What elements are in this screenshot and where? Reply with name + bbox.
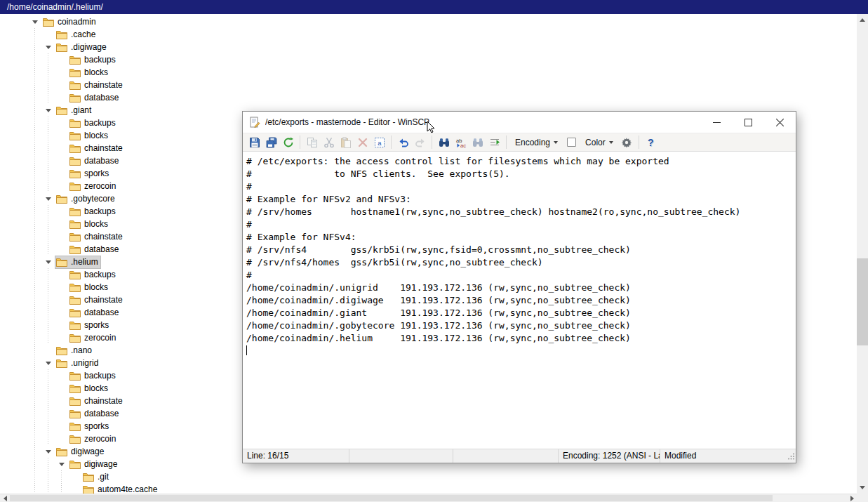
tree-item-body[interactable]: .digiwage <box>55 41 109 53</box>
tree-item-body[interactable]: chainstate <box>69 231 125 243</box>
collapse-arrow-icon[interactable] <box>28 15 42 28</box>
editor-line[interactable]: # /srv/homes hostname1(rw,sync,no_subtre… <box>246 206 796 218</box>
tree-item-body[interactable]: sporks <box>69 421 111 432</box>
tree-item-coinadmin[interactable]: coinadmin <box>0 15 846 28</box>
tree-item-body[interactable]: .cache <box>55 29 98 41</box>
delete-button[interactable] <box>354 134 370 150</box>
tree-item-body[interactable]: backups <box>69 54 118 66</box>
editor-line[interactable]: /home/coinadmin/.gobytecore 191.193.172.… <box>246 319 796 332</box>
tree-item-.digiwage[interactable]: .digiwage <box>0 41 846 53</box>
close-icon[interactable] <box>764 112 796 133</box>
tree-item-body[interactable]: zerocoin <box>69 180 118 192</box>
editor-title-bar[interactable]: /etc/exports - masternode - Editor - Win… <box>243 112 796 133</box>
horizontal-scroll-thumb[interactable] <box>10 495 773 501</box>
editor-line[interactable]: # <box>246 180 796 193</box>
tree-item-body[interactable]: chainstate <box>69 143 125 154</box>
tree-item-body[interactable]: blocks <box>69 67 110 79</box>
vertical-scroll-thumb[interactable] <box>857 258 868 345</box>
tree-item-body[interactable]: blocks <box>69 130 110 142</box>
encoding-button[interactable]: Encoding <box>510 134 563 150</box>
scroll-right-arrow-icon[interactable] <box>847 494 857 502</box>
scroll-down-arrow-icon[interactable] <box>857 482 868 494</box>
find-button[interactable] <box>436 134 452 150</box>
collapse-arrow-icon[interactable] <box>41 192 55 205</box>
editor-line[interactable]: # Example for NFSv4: <box>246 231 796 244</box>
tree-item-body[interactable]: database <box>69 408 121 420</box>
tree-item-chainstate[interactable]: chainstate <box>0 79 846 91</box>
color-checkbox[interactable] <box>567 138 576 147</box>
undo-button[interactable] <box>395 134 411 150</box>
help-button[interactable]: ? <box>643 134 659 150</box>
tree-item-body[interactable]: chainstate <box>69 79 125 91</box>
go-to-line-button[interactable] <box>486 134 502 150</box>
maximize-icon[interactable] <box>733 112 764 133</box>
tree-item-body[interactable]: .git <box>82 471 111 483</box>
tree-item-body[interactable]: digiwage <box>69 458 119 470</box>
tree-item-body[interactable]: backups <box>69 269 118 281</box>
editor-line[interactable]: # /etc/exports: the access control list … <box>246 155 796 168</box>
redo-button[interactable] <box>412 134 428 150</box>
tree-item-body[interactable]: zerocoin <box>69 332 118 344</box>
collapse-arrow-icon[interactable] <box>55 458 69 470</box>
tree-item-body[interactable]: .nano <box>55 345 94 357</box>
tree-item-body[interactable]: chainstate <box>69 294 125 306</box>
editor-line[interactable] <box>246 345 796 357</box>
save-all-button[interactable] <box>263 134 279 150</box>
tree-item-body[interactable]: backups <box>69 206 118 218</box>
tree-item-body[interactable]: .unigrid <box>55 357 100 369</box>
vertical-scrollbar[interactable] <box>857 14 868 494</box>
tree-item-body[interactable]: sporks <box>69 168 111 180</box>
tree-selected-item[interactable]: .helium <box>55 256 100 268</box>
scroll-left-arrow-icon[interactable] <box>0 494 10 502</box>
preferences-button[interactable] <box>619 134 635 150</box>
tree-item-body[interactable]: database <box>69 307 121 319</box>
collapse-arrow-icon[interactable] <box>41 357 55 369</box>
editor-line[interactable]: # <box>246 218 796 231</box>
find-next-button[interactable] <box>469 134 486 150</box>
reload-button[interactable] <box>280 134 296 150</box>
tree-item-body[interactable]: chainstate <box>69 395 125 407</box>
tree-item-body[interactable]: database <box>69 244 121 256</box>
tree-item-body[interactable]: blocks <box>69 383 110 395</box>
tree-item-.git[interactable]: .git <box>0 470 846 483</box>
cut-button[interactable] <box>321 134 337 150</box>
select-all-button[interactable]: a <box>371 134 387 150</box>
collapse-arrow-icon[interactable] <box>41 41 55 53</box>
editor-line[interactable]: # /srv/nfs4 gss/krb5i(rw,sync,fsid=0,cro… <box>246 244 796 256</box>
tree-item-body[interactable]: backups <box>69 370 118 382</box>
minimize-icon[interactable] <box>701 112 733 133</box>
editor-text-area[interactable]: # /etc/exports: the access control list … <box>243 152 796 449</box>
editor-line[interactable]: # to NFS clients. See exports(5). <box>246 168 796 180</box>
tree-item-body[interactable]: blocks <box>69 282 110 293</box>
editor-line[interactable]: /home/coinadmin/.unigrid 191.193.172.136… <box>246 282 796 294</box>
tree-item-body[interactable]: digiwage <box>55 446 106 458</box>
collapse-arrow-icon[interactable] <box>41 104 55 117</box>
tree-item-database[interactable]: database <box>0 91 846 104</box>
copy-button[interactable] <box>304 134 320 150</box>
resize-grip-icon[interactable] <box>787 452 795 462</box>
scroll-up-arrow-icon[interactable] <box>857 14 868 26</box>
tree-item-body[interactable]: .gobytecore <box>55 193 117 205</box>
tree-item-body[interactable]: coinadmin <box>42 16 98 28</box>
tree-item-body[interactable]: .giant <box>55 105 93 117</box>
collapse-arrow-icon[interactable] <box>41 445 55 458</box>
horizontal-scrollbar[interactable] <box>0 494 857 502</box>
editor-line[interactable]: /home/coinadmin/.digiwage 191.193.172.13… <box>246 294 796 307</box>
tree-item-body[interactable]: backups <box>69 117 118 129</box>
tree-item-blocks[interactable]: blocks <box>0 66 846 79</box>
tree-item-.cache[interactable]: .cache <box>0 28 846 41</box>
tree-item-body[interactable]: database <box>69 155 121 167</box>
tree-item-body[interactable]: database <box>69 92 121 104</box>
save-button[interactable] <box>246 134 262 150</box>
editor-line[interactable]: # /srv/nfs4/homes gss/krb5i(rw,sync,no_s… <box>246 256 796 269</box>
editor-line[interactable]: # Example for NFSv2 and NFSv3: <box>246 193 796 206</box>
editor-line[interactable]: # <box>246 269 796 282</box>
tree-item-body[interactable]: zerocoin <box>69 433 118 445</box>
editor-line[interactable]: /home/coinadmin/.giant 191.193.172.136 (… <box>246 307 796 319</box>
replace-button[interactable]: abac <box>453 134 469 150</box>
editor-line[interactable]: /home/coinadmin/.helium 191.193.172.136 … <box>246 332 796 345</box>
tree-item-body[interactable]: sporks <box>69 319 111 331</box>
tree-item-body[interactable]: blocks <box>69 218 110 230</box>
tree-item-backups[interactable]: backups <box>0 53 846 66</box>
paste-button[interactable] <box>338 134 354 150</box>
